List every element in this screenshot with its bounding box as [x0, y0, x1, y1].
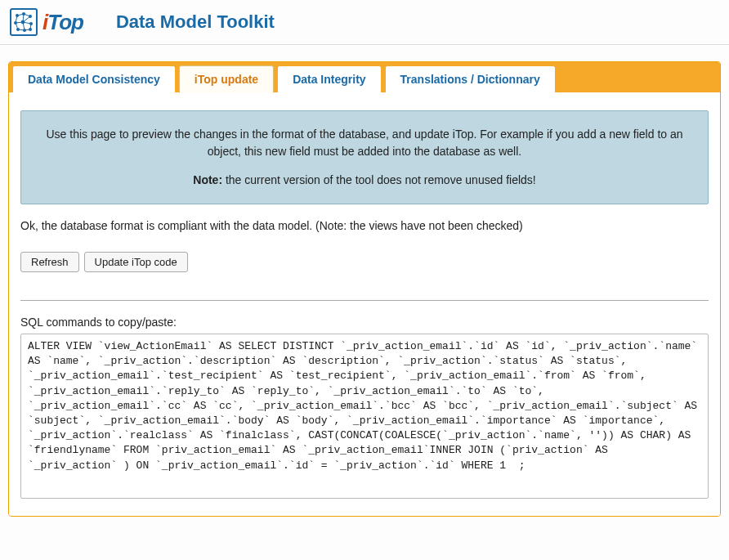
tab-bar: Data Model Consistency iTop update Data …: [9, 62, 720, 92]
main-panel: Data Model Consistency iTop update Data …: [8, 61, 721, 517]
itop-logo-icon: [10, 8, 38, 36]
tab-data-integrity[interactable]: Data Integrity: [277, 65, 381, 92]
status-message: Ok, the database format is compliant wit…: [20, 219, 709, 232]
header-divider: [0, 44, 729, 45]
logo: iTop: [10, 8, 83, 36]
sql-commands-output[interactable]: [20, 334, 709, 499]
tab-body: Use this page to preview the changes in …: [9, 92, 720, 516]
sql-commands-label: SQL commands to copy/paste:: [20, 316, 709, 329]
info-text: Use this page to preview the changes in …: [33, 126, 696, 160]
page-title: Data Model Toolkit: [116, 11, 275, 33]
refresh-button[interactable]: Refresh: [20, 252, 79, 272]
svg-line-15: [23, 16, 30, 22]
update-itop-code-button[interactable]: Update iTop code: [84, 252, 188, 272]
info-note: Note: the current version of the tool do…: [33, 172, 696, 189]
button-row: Refresh Update iTop code: [20, 252, 709, 272]
tab-data-model-consistency[interactable]: Data Model Consistency: [12, 65, 176, 92]
tab-itop-update[interactable]: iTop update: [179, 65, 274, 93]
tab-translations-dictionary[interactable]: Translations / Dictionnary: [385, 65, 556, 92]
info-box: Use this page to preview the changes in …: [20, 110, 709, 204]
app-header: iTop Data Model Toolkit: [0, 0, 729, 44]
section-divider: [20, 300, 709, 301]
logo-text: iTop: [42, 10, 83, 35]
